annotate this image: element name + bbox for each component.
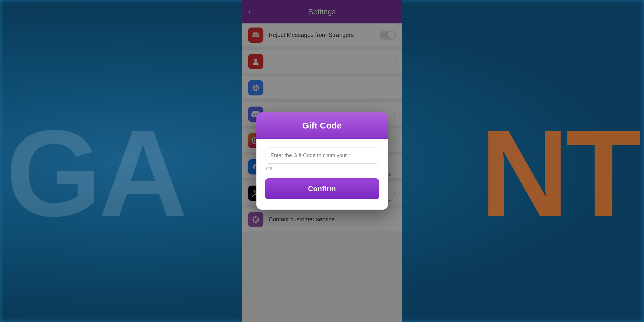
bg-text-nt: NT <box>480 102 638 244</box>
modal-body: 0/8 Confirm <box>256 139 388 210</box>
bg-text-ga: GA <box>6 102 184 244</box>
gift-input-container[interactable] <box>265 148 379 164</box>
modal-header: Gift Code <box>256 112 388 139</box>
modal-title: Gift Code <box>262 121 382 131</box>
gift-code-modal: Gift Code 0/8 Confirm <box>256 112 388 210</box>
confirm-button[interactable]: Confirm <box>265 178 379 199</box>
char-count: 0/8 <box>265 166 379 171</box>
modal-overlay: Gift Code 0/8 Confirm <box>242 0 402 322</box>
phone-container: ‹ Settings Reject Messages from Stranger… <box>242 0 402 322</box>
gift-code-input[interactable] <box>270 153 374 159</box>
